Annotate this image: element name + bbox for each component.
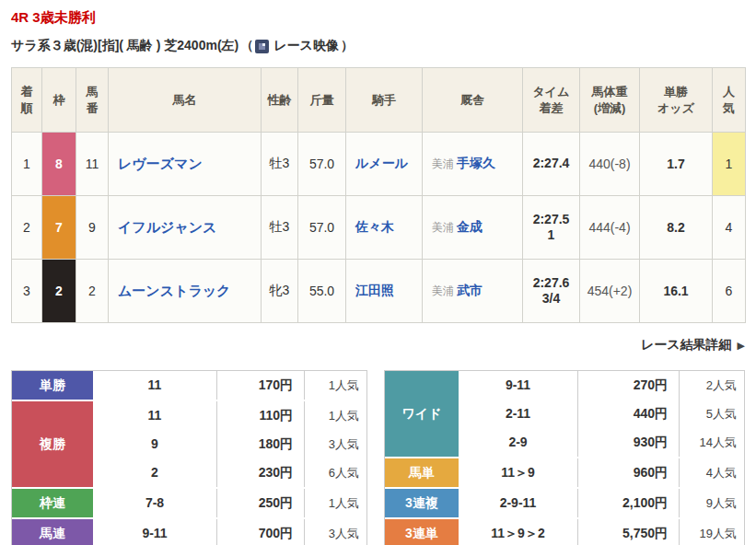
finish-position: 1 <box>12 133 42 196</box>
popularity: 3人気 <box>305 436 366 453</box>
bet-type-label: 枠連 <box>12 489 93 517</box>
col-carried-weight: 斤量 <box>298 68 346 133</box>
payout-amount: 180円 <box>217 430 305 458</box>
time-margin: 2:27.63/4 <box>523 260 580 323</box>
payout-table-left: 単勝 11170円1人気 複勝 11110円1人気 9180円3人気 2230円… <box>11 370 367 545</box>
payout-row: 9-11270円2人気 <box>459 371 744 400</box>
trainer-link[interactable]: 手塚久 <box>457 156 495 170</box>
stable-area: 美浦 <box>432 221 454 234</box>
body-weight: 454(+2) <box>580 260 640 323</box>
payout-group-bracket-quinella: 枠連 7-8250円1人気 <box>12 489 366 517</box>
popularity: 1人気 <box>305 495 366 512</box>
horse-name-link[interactable]: イフルジャンス <box>118 219 216 235</box>
jockey-link[interactable]: ルメール <box>355 156 408 170</box>
horse-name-link[interactable]: ムーンストラック <box>118 283 230 298</box>
bracket-badge: 2 <box>42 260 76 322</box>
race-video-link[interactable]: レース映像 <box>255 38 339 54</box>
payout-group-trifecta: 3連単 11＞9＞25,750円19人気 <box>385 519 744 545</box>
horse-number: 2 <box>76 260 109 323</box>
payout-amount: 270円 <box>578 371 680 400</box>
popularity: 2人気 <box>680 377 744 394</box>
payout-amount: 170円 <box>217 371 305 400</box>
combination: 11＞9 <box>459 458 578 487</box>
carried-weight: 55.0 <box>298 260 346 323</box>
time-margin: 2:27.51 <box>523 196 580 260</box>
results-header-row: 着順 枠 馬番 馬名 性齢 斤量 騎手 厩舎 タイム着差 馬体重(増減) 単勝オ… <box>12 68 746 133</box>
time-margin: 2:27.4 <box>523 133 580 196</box>
combination: 9-11 <box>93 519 217 545</box>
jockey-link[interactable]: 江田照 <box>355 283 394 297</box>
popularity: 4人気 <box>680 465 744 481</box>
payout-table-right: ワイド 9-11270円2人気 2-11440円5人気 2-9930円14人気 … <box>384 370 745 545</box>
col-finish-position: 着順 <box>12 68 42 133</box>
sex-age: 牡3 <box>262 196 298 260</box>
trainer-link[interactable]: 武市 <box>457 283 483 297</box>
race-result-page: 4R 3歳未勝利 サラ系３歳(混)[指]( 馬齢 ) 芝2400m(左) （ レ… <box>0 0 756 545</box>
col-stable: 厩舎 <box>423 68 523 133</box>
payout-row: 7-8250円1人気 <box>93 489 366 517</box>
combination: 9 <box>93 430 217 458</box>
popularity: 9人気 <box>680 495 744 512</box>
video-icon <box>255 40 269 53</box>
stable-area: 美浦 <box>432 284 454 297</box>
payout-group-trio: 3連複 2-9-112,100円9人気 <box>385 489 744 517</box>
popularity: 1人気 <box>305 408 366 424</box>
detail-link-row: レース結果詳細▶ <box>11 336 745 354</box>
result-row-1: 1 8 11 レヴーズマン 牡3 57.0 ルメール 美浦手塚久 2:27.4 … <box>12 133 746 196</box>
payout-group-quinella: 馬連 9-11700円3人気 <box>12 519 366 545</box>
payout-amount: 110円 <box>217 401 305 430</box>
col-sex-age: 性齢 <box>262 68 298 133</box>
trainer-link[interactable]: 金成 <box>457 219 483 234</box>
horse-number: 11 <box>76 133 109 196</box>
popularity: 1人気 <box>305 377 366 394</box>
col-win-odds: 単勝オッズ <box>640 68 713 133</box>
jockey-link[interactable]: 佐々木 <box>355 219 394 234</box>
col-time-margin: タイム着差 <box>523 68 580 133</box>
stable-area: 美浦 <box>432 157 454 170</box>
win-odds: 8.2 <box>640 196 713 260</box>
combination: 2-9 <box>459 428 578 457</box>
carried-weight: 57.0 <box>298 196 346 260</box>
payout-amount: 700円 <box>217 519 305 545</box>
race-conditions-text: サラ系３歳(混)[指]( 馬齢 ) 芝2400m(左) <box>11 38 238 54</box>
payout-amount: 250円 <box>217 489 305 517</box>
payout-amount: 5,750円 <box>578 519 680 545</box>
bet-type-label: 複勝 <box>12 401 93 487</box>
horse-name-link[interactable]: レヴーズマン <box>118 156 203 171</box>
race-title: 4R 3歳未勝利 <box>11 9 745 27</box>
payout-row: 11＞9＞25,750円19人気 <box>459 519 744 545</box>
payout-row: 2-9930円14人気 <box>459 428 744 457</box>
popularity: 6人気 <box>305 465 366 481</box>
chevron-right-icon: ▶ <box>738 340 745 351</box>
payout-row: 11170円1人気 <box>93 371 366 400</box>
bet-type-label: 馬連 <box>12 519 93 545</box>
payout-row: 9-11700円3人気 <box>93 519 366 545</box>
payout-row: 9180円3人気 <box>93 430 366 458</box>
payout-group-wide: ワイド 9-11270円2人気 2-11440円5人気 2-9930円14人気 <box>385 371 744 457</box>
payout-amount: 230円 <box>217 458 305 487</box>
bet-type-label: 3連複 <box>385 489 459 517</box>
finish-position: 2 <box>12 196 42 260</box>
results-table: 着順 枠 馬番 馬名 性齢 斤量 騎手 厩舎 タイム着差 馬体重(増減) 単勝オ… <box>11 67 746 323</box>
combination: 11＞9＞2 <box>459 519 578 545</box>
race-conditions: サラ系３歳(混)[指]( 馬齢 ) 芝2400m(左) （ レース映像 ） <box>11 38 745 54</box>
combination: 9-11 <box>459 371 578 400</box>
result-row-3: 3 2 2 ムーンストラック 牝3 55.0 江田照 美浦武市 2:27.63/… <box>12 260 746 323</box>
payout-row: 2-9-112,100円9人気 <box>459 489 744 517</box>
bet-type-label: 馬単 <box>385 458 459 487</box>
combination: 2-9-11 <box>459 489 578 517</box>
popularity: 19人気 <box>680 526 744 542</box>
popularity: 14人気 <box>680 435 744 451</box>
carried-weight: 57.0 <box>298 133 346 196</box>
payout-amount: 930円 <box>578 428 680 457</box>
race-result-detail-link[interactable]: レース結果詳細▶ <box>641 337 745 352</box>
col-bracket: 枠 <box>42 68 76 133</box>
win-odds: 1.7 <box>640 133 713 196</box>
payout-group-win: 単勝 11170円1人気 <box>12 371 366 400</box>
race-video-label: レース映像 <box>273 38 339 54</box>
combination: 2-11 <box>459 400 578 428</box>
favorite-rank: 4 <box>713 196 746 260</box>
sex-age: 牡3 <box>262 133 298 196</box>
bet-type-label: 3連単 <box>385 519 459 545</box>
popularity: 3人気 <box>305 526 366 542</box>
